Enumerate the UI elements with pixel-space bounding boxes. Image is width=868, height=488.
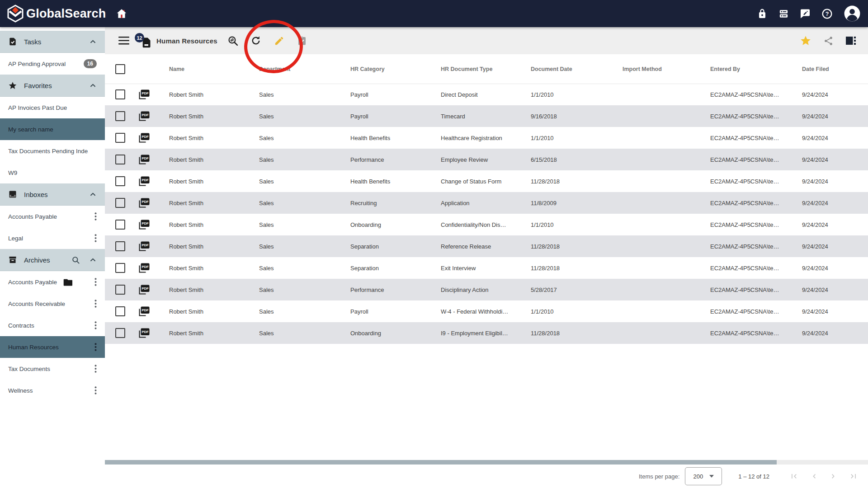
column-header-hr-category[interactable]: HR Category xyxy=(350,66,441,72)
sidebar-item-accounts-payable[interactable]: Accounts Payable xyxy=(0,206,105,227)
pdf-icon[interactable]: PDF xyxy=(138,154,150,165)
first-page-icon[interactable] xyxy=(789,472,798,481)
column-header-date-filed[interactable]: Date Filed xyxy=(802,66,868,72)
kebab-menu-icon[interactable] xyxy=(93,298,99,310)
pdf-icon[interactable]: PDF xyxy=(138,284,150,296)
sidebar-item-accounts-payable[interactable]: Accounts Payable xyxy=(0,271,105,293)
next-page-icon[interactable] xyxy=(829,472,838,481)
cell-hr-document-type: Direct Deposit xyxy=(441,91,531,98)
kebab-menu-icon[interactable] xyxy=(93,211,99,222)
sidebar-item-human-resources[interactable]: Human Resources xyxy=(0,336,105,358)
kebab-menu-icon[interactable] xyxy=(93,385,99,396)
row-checkbox[interactable] xyxy=(115,176,125,186)
row-checkbox[interactable] xyxy=(115,111,125,121)
section-header-tasks[interactable]: Tasks xyxy=(0,31,105,53)
pdf-icon[interactable]: PDF xyxy=(138,197,150,209)
column-panel-icon[interactable] xyxy=(845,36,856,46)
row-checkbox[interactable] xyxy=(115,328,125,338)
edit-pencil-icon[interactable] xyxy=(274,36,284,46)
account-icon[interactable] xyxy=(844,5,861,22)
pdf-icon[interactable]: PDF xyxy=(138,328,150,339)
pdf-icon[interactable]: PDF xyxy=(138,132,150,144)
row-checkbox[interactable] xyxy=(115,285,125,295)
help-icon[interactable]: ? xyxy=(821,8,833,19)
table-row[interactable]: PDFRobert SmithSalesPerformanceEmployee … xyxy=(105,149,868,170)
refine-search-icon[interactable] xyxy=(227,35,239,47)
sidebar-item-wellness[interactable]: Wellness xyxy=(0,380,105,401)
column-header-name[interactable]: Name xyxy=(169,66,259,72)
items-per-page-select[interactable]: 200 xyxy=(685,467,722,485)
table-row[interactable]: PDFRobert SmithSalesOnboardingI9 - Emplo… xyxy=(105,322,868,344)
verify-clipboard-icon[interactable] xyxy=(297,35,307,46)
lock-icon[interactable] xyxy=(757,8,768,19)
sidebar-item-ap-pending-approval[interactable]: AP Pending Approval16 xyxy=(0,53,105,75)
cell-date-filed: 9/24/2024 xyxy=(802,113,868,120)
sidebar-item-accounts-receivable[interactable]: Accounts Receivable xyxy=(0,293,105,314)
result-count-badge: 12 xyxy=(135,33,144,42)
home-button[interactable] xyxy=(116,8,127,19)
kebab-menu-icon[interactable] xyxy=(93,341,99,353)
table-row[interactable]: PDFRobert SmithSalesSeparationExit Inter… xyxy=(105,257,868,279)
table-row[interactable]: PDFRobert SmithSalesPayrollDirect Deposi… xyxy=(105,84,868,105)
sidebar-item-tax-documents-pending-inde[interactable]: Tax Documents Pending Inde… xyxy=(0,140,105,162)
kebab-menu-icon[interactable] xyxy=(93,232,99,244)
pdf-icon[interactable]: PDF xyxy=(138,263,150,274)
sidebar-item-tax-documents[interactable]: Tax Documents xyxy=(0,358,105,380)
refresh-icon[interactable] xyxy=(250,35,261,46)
row-checkbox[interactable] xyxy=(115,241,125,251)
section-header-inboxes[interactable]: Inboxes xyxy=(0,183,105,206)
app-logo[interactable]: GlobalSearch xyxy=(6,5,106,23)
column-header-department[interactable]: Department xyxy=(259,66,350,72)
sidebar-item-contracts[interactable]: Contracts xyxy=(0,314,105,336)
menu-icon[interactable] xyxy=(118,37,129,45)
pdf-icon[interactable]: PDF xyxy=(138,241,150,252)
row-checkbox[interactable] xyxy=(115,306,125,316)
row-checkbox[interactable] xyxy=(115,220,125,230)
svg-text:PDF: PDF xyxy=(142,113,149,117)
queues-icon[interactable] xyxy=(778,9,789,19)
cell-department: Sales xyxy=(259,286,350,293)
sidebar-item-w9[interactable]: W9 xyxy=(0,162,105,183)
column-header-hr-document-type[interactable]: HR Document Type xyxy=(441,66,531,72)
kebab-menu-icon[interactable] xyxy=(93,319,99,331)
table-row[interactable]: PDFRobert SmithSalesPayrollTimecard9/16/… xyxy=(105,105,868,127)
kebab-menu-icon[interactable] xyxy=(93,276,99,288)
row-checkbox[interactable] xyxy=(115,89,125,99)
table-row[interactable]: PDFRobert SmithSalesPerformanceDisciplin… xyxy=(105,279,868,300)
table-row[interactable]: PDFRobert SmithSalesHealth BenefitsChang… xyxy=(105,170,868,192)
row-checkbox[interactable] xyxy=(115,155,125,164)
previous-page-icon[interactable] xyxy=(809,472,818,481)
pdf-icon[interactable]: PDF xyxy=(138,89,150,100)
favorite-star-icon[interactable] xyxy=(800,35,811,47)
horizontal-scrollbar-thumb[interactable] xyxy=(105,460,777,465)
section-header-archives[interactable]: Archives xyxy=(0,249,105,271)
share-icon[interactable] xyxy=(823,36,834,46)
section-header-favorites[interactable]: Favorites xyxy=(0,75,105,97)
table-row[interactable]: PDFRobert SmithSalesHealth BenefitsHealt… xyxy=(105,127,868,149)
row-checkbox[interactable] xyxy=(115,198,125,208)
kebab-menu-icon[interactable] xyxy=(93,363,99,375)
column-header-entered-by[interactable]: Entered By xyxy=(710,66,802,72)
sidebar-item-ap-invoices-past-due[interactable]: AP Invoices Past Due xyxy=(0,97,105,118)
sidebar-item-my-search-name[interactable]: My search name xyxy=(0,118,105,140)
sidebar-item-legal[interactable]: Legal xyxy=(0,227,105,249)
pdf-icon[interactable]: PDF xyxy=(138,176,150,187)
table-row[interactable]: PDFRobert SmithSalesRecruitingApplicatio… xyxy=(105,192,868,214)
row-checkbox[interactable] xyxy=(115,263,125,273)
table-row[interactable]: PDFRobert SmithSalesOnboardingConfidenti… xyxy=(105,214,868,235)
cell-document-date: 1/1/2010 xyxy=(531,308,623,315)
feedback-icon[interactable] xyxy=(800,8,811,19)
pdf-icon[interactable]: PDF xyxy=(138,306,150,317)
archives-search-icon[interactable] xyxy=(71,256,80,264)
pdf-icon[interactable]: PDF xyxy=(138,111,150,122)
row-checkbox[interactable] xyxy=(115,133,125,143)
select-all-checkbox[interactable] xyxy=(115,64,125,74)
table-row[interactable]: PDFRobert SmithSalesPayrollW-4 - Federal… xyxy=(105,300,868,322)
column-header-document-date[interactable]: Document Date xyxy=(531,66,623,72)
pdf-icon[interactable]: PDF xyxy=(138,219,150,230)
column-header-import-method[interactable]: Import Method xyxy=(623,66,710,72)
cell-document-date: 11/8/2009 xyxy=(531,200,623,206)
last-page-icon[interactable] xyxy=(849,472,858,481)
cell-date-filed: 9/24/2024 xyxy=(802,156,868,163)
table-row[interactable]: PDFRobert SmithSalesSeparationReference … xyxy=(105,235,868,257)
